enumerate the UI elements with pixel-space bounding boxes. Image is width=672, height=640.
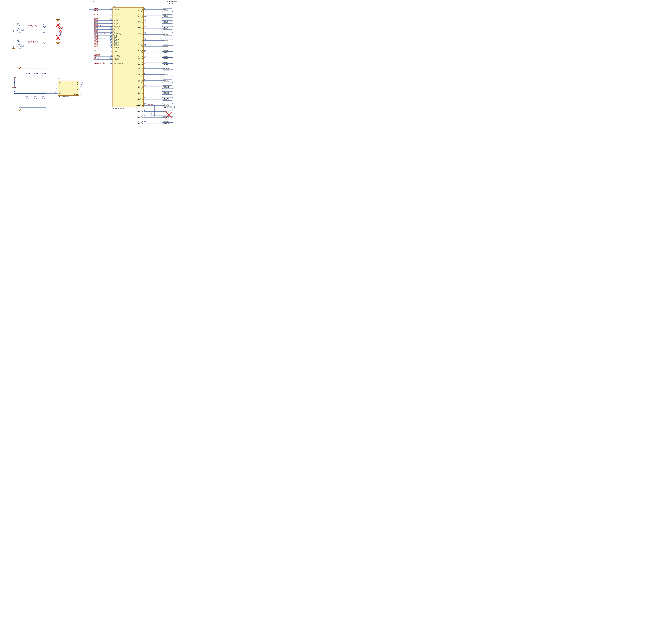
svg-text:R33: R33 — [43, 32, 45, 34]
svg-text:B1: B1 — [144, 110, 146, 112]
term-dnp: R38 R34 100 R30 — [46, 19, 64, 44]
svg-text:OE12: OE12 — [114, 36, 117, 38]
svg-text:M7: M7 — [144, 32, 146, 33]
svg-text:VDD: VDD — [59, 91, 62, 92]
svg-text:CLKN_8: CLKN_8 — [163, 58, 168, 59]
svg-text:NC: NC — [77, 84, 78, 86]
svg-text:CLK9_N: CLK9_N — [138, 63, 143, 65]
u1a-ref: U1A — [113, 5, 115, 7]
svg-text:CLKN_6: CLKN_6 — [163, 46, 168, 47]
svg-text:C8: C8 — [44, 70, 46, 71]
svg-text:0: 0 — [151, 116, 152, 118]
svg-text:PWRGD/PWRDN: PWRGD/PWRDN — [114, 63, 123, 64]
svg-text:5: 5 — [22, 46, 23, 47]
svg-text:CLKN_15: CLKN_15 — [163, 99, 169, 100]
svg-text:F1: F1 — [144, 122, 146, 123]
svg-point-565 — [27, 68, 27, 69]
svg-text:CLK2_N: CLK2_N — [138, 22, 143, 24]
svg-text:SMB_DATA: SMB_DATA — [114, 56, 120, 57]
svg-text:A3: A3 — [144, 103, 146, 104]
svg-text:L1: L1 — [144, 14, 146, 15]
svg-text:4: 4 — [20, 29, 21, 31]
svg-text:CLK5_N: CLK5_N — [138, 40, 143, 41]
svg-text:CLK0_N: CLK0_N — [138, 10, 143, 12]
svg-text:B12: B12 — [144, 73, 146, 74]
svg-marker-158 — [111, 58, 113, 58]
svg-text:E2: E2 — [110, 50, 111, 51]
svg-point-599 — [35, 107, 35, 108]
svg-text:A1: A1 — [144, 109, 146, 110]
svg-marker-121 — [111, 42, 113, 43]
svg-text:A11: A11 — [144, 79, 146, 81]
svg-text:CLKIN_P: CLKIN_P — [94, 8, 100, 10]
svg-text:CLKP_9: CLKP_9 — [163, 62, 168, 63]
svg-text:CLK17_N: CLK17_N — [137, 111, 143, 112]
svg-point-598 — [35, 93, 35, 94]
svg-text:1: 1 — [24, 41, 24, 43]
svg-text:CLKN_4: CLKN_4 — [163, 34, 168, 35]
svg-text:VDD_A: VDD_A — [12, 87, 16, 88]
svg-text:OE6/SBI_CLK: OE6/SBI_CLK — [114, 27, 121, 29]
svg-text:3: 3 — [19, 29, 19, 31]
svg-text:CLK3_N: CLK3_N — [138, 28, 143, 29]
svg-text:OE2/NC: OE2/NC — [114, 21, 118, 23]
svg-text:2: 2 — [17, 46, 18, 47]
svg-text:OE13#: OE13# — [94, 37, 99, 38]
svg-text:CLKIN_P: CLKIN_P — [17, 32, 23, 33]
svg-text:K2: K2 — [110, 19, 111, 20]
svg-text:CLKN_17: CLKN_17 — [163, 111, 169, 112]
svg-text:B2: B2 — [56, 81, 57, 83]
svg-text:L6: L6 — [110, 22, 111, 24]
svg-text:CLKP_4: CLKP_4 — [163, 32, 168, 34]
svg-marker-8 — [111, 9, 113, 10]
svg-marker-49 — [111, 25, 113, 26]
svg-text:CLKP_15: CLKP_15 — [163, 98, 169, 99]
svg-text:CLK1_P: CLK1_P — [138, 15, 143, 16]
svg-text:0.1uF: 0.1uF — [26, 98, 30, 99]
svg-text:CLK8_N: CLK8_N — [138, 58, 143, 59]
svg-text:OE4/NC: OE4/NC — [114, 24, 118, 26]
u1a-part: LMKDB1120NPPT — [113, 107, 124, 109]
svg-marker-169 — [111, 63, 113, 64]
schematic: Diff impedance = 85ohm U1A LMKDB1120NPPT… — [0, 0, 203, 134]
svg-text:OE8#: OE8# — [94, 29, 98, 31]
svg-text:CLKP_8: CLKP_8 — [163, 56, 168, 57]
svg-text:B8: B8 — [110, 58, 111, 60]
svg-text:CLK16_P: CLK16_P — [137, 103, 143, 105]
svg-text:E1: E1 — [144, 120, 146, 122]
svg-text:VDD: VDD — [59, 82, 62, 83]
svg-text:CLKN_11: CLKN_11 — [163, 75, 169, 77]
svg-text:CLKP_5: CLKP_5 — [163, 38, 168, 40]
svg-text:CLK11_P: CLK11_P — [137, 74, 143, 75]
svg-text:D2: D2 — [110, 43, 111, 44]
svg-text:CLK0_P: CLK0_P — [138, 9, 143, 10]
svg-text:OE9: OE9 — [114, 32, 116, 33]
svg-text:CLK3_P: CLK3_P — [138, 27, 143, 28]
svg-text:F12: F12 — [144, 63, 146, 64]
svg-text:C6: C6 — [28, 70, 29, 71]
svg-text:VDD: VDD — [59, 88, 62, 90]
svg-text:OE2#: OE2# — [94, 20, 98, 22]
svg-text:0: 0 — [43, 28, 44, 29]
svg-text:L8: L8 — [110, 25, 111, 27]
svg-text:NC: NC — [77, 86, 78, 88]
svg-text:CKPWRGD_PD#: CKPWRGD_PD# — [94, 62, 105, 64]
svg-text:CLKN_1: CLKN_1 — [163, 16, 168, 17]
svg-point-581 — [43, 68, 43, 69]
svg-text:M12: M12 — [144, 45, 147, 46]
svg-text:OE18/NC: OE18/NC — [114, 45, 119, 46]
svg-text:SBI_EN: SBI_EN — [114, 50, 118, 52]
svg-text:LOS#: LOS# — [94, 14, 98, 15]
svg-text:C1: C1 — [144, 115, 146, 116]
svg-text:A7: A7 — [144, 91, 146, 92]
svg-text:CLKIN_P: CLKIN_P — [114, 9, 119, 10]
svg-text:OE17#: OE17# — [94, 43, 99, 44]
svg-text:H12: H12 — [144, 57, 146, 58]
svg-text:CLKN_7: CLKN_7 — [163, 52, 168, 53]
svg-text:C3: C3 — [28, 95, 29, 97]
svg-text:CLK12_N: CLK12_N — [137, 81, 143, 83]
svg-text:CLKN_12: CLKN_12 — [163, 81, 169, 83]
svg-text:CLKIN_SMA_P: CLKIN_SMA_P — [28, 25, 38, 27]
svg-text:M3: M3 — [144, 21, 146, 23]
svg-text:1: 1 — [80, 93, 80, 95]
